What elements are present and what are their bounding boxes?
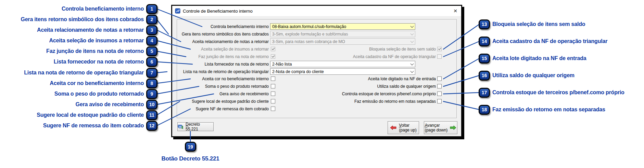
field-label: Aceita lote digitado na NF de entrada [278,75,436,83]
callout-label: Controla beneficiamento interno [62,6,144,12]
callout-label: Botão Decreto 55.221 [162,155,219,162]
field-label: Soma o peso do produto retornado [177,83,269,90]
field-label: Lista na nota de retorno de operação tri… [177,68,269,75]
field-label: Gera aviso de recebimento [177,90,269,98]
field-label: Aceita seleção de insumos a retornar [177,45,269,53]
combo-value: 2-Não lista [272,62,292,67]
callout-badge: 19 [185,142,196,152]
callout-label: Aceita lote digitado na NF de entrada [492,55,586,61]
combo-value: 2-Nota de compra do cliente [272,69,324,74]
form-row: Lista fornecedor na nota de retorno 2-Nã… [177,60,456,68]
form-row: Faz junção de itens na nota de retorno A… [177,53,456,60]
field-label: Lista fornecedor na nota de retorno [177,60,269,68]
checkbox-soma-peso-produto[interactable] [271,84,275,88]
callout-label: Utiliza saldo de qualquer origem [492,72,574,79]
checkbox-faz-emissao-retorno-separadas[interactable] [437,99,442,103]
window-title: Controle de Beneficiamento interno [183,9,253,14]
arrow-right-icon [450,125,456,130]
field-label: Aceita cor no beneficiamento interno [177,75,269,83]
button-label: Avançar (page down) [425,123,448,133]
callout-3: Aceita relacionamento de notas a retorna… [0,25,157,35]
callout-badge: 16 [479,71,490,81]
checkbox-utiliza-saldo-qualquer-origem[interactable] [437,84,442,88]
form-row: Sugere local de estoque padrão do client… [177,98,456,105]
chevron-down-icon[interactable] [409,24,415,29]
callout-6: Lista fornecedor na nota de retorno6 [0,57,157,67]
callout-badge: 13 [479,19,490,29]
field-label: Aceita cadastro da NF de operação triang… [278,53,436,60]
form-row: Aceita cor no beneficiamento interno Ace… [177,75,456,83]
form-row: Lista na nota de retorno de operação tri… [177,68,456,75]
checkbox-aceita-cadastro-nf-triangular [437,54,442,59]
callout-9: Soma o peso do produto retornado9 [0,89,157,99]
field-label: Controla estoque de terceiros p/benef.co… [278,90,436,98]
callout-badge: 10 [146,100,157,110]
callout-4: Aceita seleção de insumos a retornar4 [0,36,157,46]
callout-label: Aceita cadastro da NF de operação triang… [492,38,607,44]
checkbox-sugere-nf-remessa[interactable] [271,107,275,111]
checkbox-controla-estoque-terceiros[interactable] [437,92,442,96]
field-label: Sugere local de estoque padrão do client… [177,98,269,105]
callout-badge: 9 [146,89,157,99]
chevron-down-icon[interactable] [409,61,415,67]
callout-label: Lista fornecedor na nota de retorno [54,59,144,65]
button-label: Voltar (page up) [399,123,416,133]
combo-lista-fornecedor[interactable]: 2-Não lista [270,61,415,67]
field-label: Gera itens retorno simbólico dos itens c… [177,30,269,38]
callout-label: Faz emissão do retorno em notas separada… [492,107,605,113]
combo-aceita-relacionamento-notas: 3-Sim, para notas sem cobrança de MO [270,38,415,45]
callout-badge: 12 [146,121,157,131]
close-icon[interactable]: ✕ [450,6,461,16]
checkbox-faz-juncao-itens [271,54,275,59]
decreto-55221-button[interactable]: $ Decreto 55.221 [177,122,214,131]
callout-19: 19 Botão Decreto 55.221 [153,142,228,162]
field-label: Faz emissão do retorno em notas separada… [278,98,436,105]
callout-badge: 7 [146,68,157,78]
settings-group-box: Controla beneficiamento interno 08-Baixa… [177,19,457,118]
callout-18: 18Faz emissão do retorno em notas separa… [479,104,605,115]
callout-7: Lista na nota de retorno de operação tri… [0,68,157,78]
callout-badge: 14 [479,37,490,46]
callout-badge: 3 [146,25,157,35]
callout-badge: 2 [146,15,157,25]
callout-badge: 5 [146,46,157,56]
callout-badge: 17 [479,88,490,98]
callout-label: Sugere NF de remessa do item cobrado [43,123,144,129]
field-label: Aceita relacionamento de notas a retorna… [177,38,269,45]
combo-controla-beneficiamento-interno[interactable]: 08-Baixa autom.formul.c/sub-formulação [270,23,415,30]
callout-badge: 18 [479,105,490,115]
callout-10: Gera aviso de recebimento10 [0,99,157,110]
callout-14: 14Aceita cadastro da NF de operação tria… [479,36,607,46]
app-icon [175,8,180,14]
dialog-controle-beneficiamento: Controle de Beneficiamento interno ✕ Con… [171,5,462,137]
callout-5: Faz junção de itens na nota de retorno5 [0,46,157,56]
chevron-down-icon [409,31,415,37]
svg-text:$: $ [181,125,183,129]
callout-badge: 6 [146,57,157,67]
callout-8: Aceita cor no beneficiamento interno8 [0,78,157,88]
callout-label: Sugere local de estoque padrão do client… [37,112,144,118]
callout-label: Bloqueia seleção de itens sem saldo [492,21,585,27]
field-label: Bloqueia seleção de itens sem saldo [278,45,436,53]
callout-label: Aceita relacionamento de notas a retorna… [37,27,144,33]
checkbox-sugere-local-estoque[interactable] [271,99,275,103]
combo-value: 3-Sim, explode formulação e subfórmulas [272,32,348,37]
chevron-down-icon[interactable] [409,69,415,74]
annotated-screenshot: Controle de Beneficiamento interno ✕ Con… [0,0,644,168]
callout-badge: 11 [146,110,157,120]
form-row: Gera itens retorno simbólico dos itens c… [177,30,456,38]
callout-1: Controla beneficiamento interno1 [0,4,157,14]
checkbox-aceita-cor-beneficiamento[interactable] [271,76,275,81]
callout-label: Gera itens retorno simbólico dos itens c… [21,16,144,23]
arrow-left-icon [390,125,396,130]
form-row: Controla beneficiamento interno 08-Baixa… [177,23,456,30]
voltar-button[interactable]: Voltar (page up) [388,121,419,134]
combo-lista-nota-retorno-triangular[interactable]: 2-Nota de compra do cliente [270,68,415,75]
checkbox-aceita-selecao-insumos [271,47,275,51]
avancar-button[interactable]: Avançar (page down) [424,121,457,134]
form-row: Gera aviso de recebimento Controla estoq… [177,90,456,98]
checkbox-aceita-lote-digitado[interactable] [437,76,442,81]
field-label: Controla beneficiamento interno [177,23,269,30]
checkbox-gera-aviso-recebimento[interactable] [271,92,275,96]
chevron-down-icon [409,39,415,44]
